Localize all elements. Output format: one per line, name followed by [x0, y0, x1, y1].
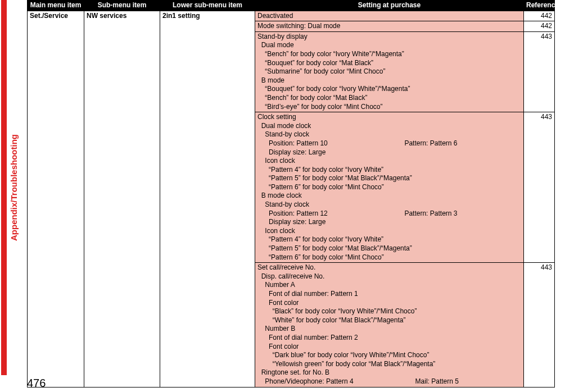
header-sub: Sub-menu item — [84, 1, 160, 11]
side-tab-label: Appendix/Troubleshooting — [9, 134, 19, 241]
header-reference: Reference — [524, 1, 555, 11]
setting-cell: Deactivated — [255, 11, 524, 21]
reference-cell: 443 — [524, 263, 555, 387]
reference-cell: 443 — [524, 112, 555, 263]
setting-text: Deactivated — [257, 12, 521, 21]
header-lower: Lower sub-menu item — [160, 1, 255, 11]
settings-table: Main menu item Sub-menu item Lower sub-m… — [27, 0, 555, 388]
page: Appendix/Troubleshooting Main menu item … — [0, 0, 565, 392]
setting-cell: Stand-by display Dual mode “Bench” for b… — [255, 31, 524, 112]
header-setting: Setting at purchase — [255, 1, 524, 11]
setting-text: Stand-by display Dual mode “Bench” for b… — [257, 33, 521, 111]
setting-text: Clock setting Dual mode clock Stand-by c… — [257, 113, 521, 262]
side-tab-bar — [1, 0, 7, 375]
lower-menu-cell: 2in1 setting — [160, 11, 255, 387]
setting-cell: Mode switching: Dual mode — [255, 21, 524, 32]
setting-text: Mode switching: Dual mode — [257, 22, 521, 31]
reference-cell: 442 — [524, 11, 555, 21]
setting-text: Set call/receive No. Disp. call/receive … — [257, 263, 521, 386]
table-row: Set./Service NW services 2in1 setting De… — [28, 11, 555, 21]
setting-cell: Set call/receive No. Disp. call/receive … — [255, 263, 524, 387]
reference-cell: 442 — [524, 21, 555, 32]
header-row: Main menu item Sub-menu item Lower sub-m… — [28, 1, 555, 11]
main-menu-cell: Set./Service — [28, 11, 84, 387]
side-tab: Appendix/Troubleshooting — [1, 0, 18, 375]
sub-menu-cell: NW services — [84, 11, 160, 387]
page-number: 476 — [27, 377, 46, 390]
setting-cell: Clock setting Dual mode clock Stand-by c… — [255, 112, 524, 263]
header-main: Main menu item — [28, 1, 84, 11]
reference-cell: 443 — [524, 31, 555, 112]
